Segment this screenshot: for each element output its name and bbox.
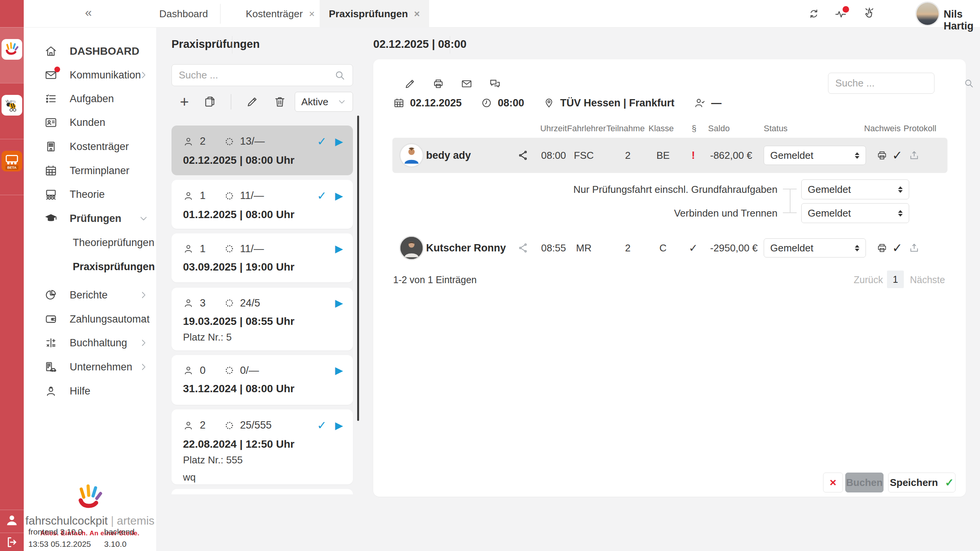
start-exam-icon[interactable]: ▶ [335, 190, 343, 202]
col-fahrlehrer: Fahrlehrer [567, 124, 606, 134]
chat-icon[interactable] [489, 78, 501, 90]
sync-icon[interactable] [808, 8, 820, 20]
artemis-app-icon[interactable] [2, 39, 22, 60]
pagination-next[interactable]: Nächste [910, 274, 945, 285]
share-icon[interactable] [517, 242, 529, 254]
unread-badge-dot [54, 67, 60, 72]
sidebar-item-hilfe[interactable]: Hilfe [24, 380, 156, 402]
exam-list-item-partial[interactable] [172, 489, 353, 494]
cancel-button[interactable]: × [823, 473, 843, 492]
select-arrows-icon [855, 152, 859, 159]
start-exam-icon[interactable]: ▶ [335, 243, 343, 255]
student-name[interactable]: Kutscher Ronny [426, 242, 506, 254]
exam-list-item[interactable]: 2 13/— ✓ ▶ 02.12.2025 | 08:00 Uhr [172, 126, 353, 175]
print-icon[interactable] [432, 78, 444, 90]
sidebar-item-unternehmen[interactable]: Unternehmen [24, 356, 156, 378]
frontend-version: frontend 3.10.0 13:53 05.12.2025 [28, 526, 91, 550]
copy-exam-button[interactable] [203, 95, 216, 108]
list-search-input[interactable] [179, 69, 334, 81]
chevron-down-icon [337, 97, 346, 106]
speichern-button[interactable]: Speichern ✓ [888, 473, 956, 492]
participants-icon [183, 243, 194, 254]
sidebar-item-aufgaben[interactable]: Aufgaben [24, 88, 156, 109]
panel-title: Praxisprüfungen [172, 38, 260, 51]
tab-praxispruefungen[interactable]: Praxisprüfungen × [320, 0, 429, 28]
gesture-icon[interactable] [863, 7, 876, 20]
student-row[interactable]: Kutscher Ronny 08:55 MR 2 C ✓ -2950,00 €… [392, 230, 947, 266]
exam-list-item[interactable]: 1 11/— ✓ ▶ 01.12.2025 | 08:00 Uhr [172, 180, 353, 229]
exam-list-item[interactable]: 0 0/— ▶ 31.12.2024 | 08:00 Uhr [172, 355, 353, 405]
add-exam-button[interactable]: + [180, 95, 189, 108]
tab-label: Praxisprüfungen [329, 8, 408, 20]
participant-count: 1 [200, 243, 206, 255]
sidebar-item-berichte[interactable]: Berichte [24, 284, 156, 306]
sidebar-item-pruefungen[interactable]: Prüfungen [24, 208, 156, 229]
student-avatar [399, 236, 424, 260]
buchen-button[interactable]: Buchen [845, 473, 884, 492]
detail-search-input[interactable] [835, 77, 964, 89]
tab-dashboard[interactable]: Dashboard [150, 0, 217, 28]
sidebar-item-kommunikation[interactable]: Kommunikation [24, 64, 156, 86]
sidebar-item-theoriepruefungen[interactable]: Theorieprüfungen [24, 232, 156, 253]
nachweis-check-icon[interactable]: ✓ [892, 241, 903, 255]
start-exam-icon[interactable]: ▶ [335, 135, 343, 148]
student-row[interactable]: bedy ady 08:00 FSC 2 BE ! -862,00 € Geme… [392, 138, 947, 173]
exam-list-item[interactable]: 2 25/555 ✓ ▶ 22.08.2024 | 12:50 Uhr Plat… [172, 409, 353, 484]
progress-count: 11/— [240, 243, 264, 255]
nachweis-check-icon[interactable]: ✓ [892, 148, 903, 163]
beta-app-icon[interactable]: BETA [2, 151, 22, 171]
upload-protokoll-icon[interactable] [908, 242, 920, 254]
exam-list-item[interactable]: 3 24/5 ▶ 19.03.2025 | 08:55 Uhr Platz Nr… [172, 288, 353, 350]
subrow-status-select[interactable]: Gemeldet [801, 179, 909, 199]
sidebar-item-terminplaner[interactable]: Terminplaner [24, 160, 156, 181]
sidebar-item-zahlungsautomat[interactable]: Zahlungsautomat [24, 308, 156, 330]
sidebar-collapse-button[interactable]: « [85, 5, 92, 20]
cell-saldo: -2950,00 € [710, 242, 758, 254]
start-exam-icon[interactable]: ▶ [335, 297, 343, 309]
pagination-prev[interactable]: Zurück [854, 274, 883, 285]
search-icon[interactable] [964, 78, 974, 89]
list-search [172, 64, 353, 86]
close-icon[interactable]: × [414, 8, 420, 20]
email-icon[interactable] [461, 78, 473, 90]
close-icon[interactable]: × [309, 8, 315, 20]
sidebar-item-buchhaltung[interactable]: Buchhaltung [24, 332, 156, 354]
filter-value: Aktive [301, 96, 328, 108]
list-scrollbar[interactable] [357, 116, 359, 421]
exam-date: 31.12.2024 | 08:00 Uhr [183, 383, 343, 395]
subrow-status-select[interactable]: Gemeldet [801, 203, 909, 223]
search-icon[interactable] [334, 70, 346, 81]
edit-exam-button[interactable] [246, 95, 259, 108]
status-select[interactable]: Gemeldet [764, 238, 866, 258]
logout-icon[interactable] [5, 536, 18, 549]
sidebar-item-kunden[interactable]: Kunden [24, 112, 156, 133]
student-name[interactable]: bedy ady [426, 150, 471, 161]
delete-exam-button[interactable] [273, 95, 286, 108]
share-icon[interactable] [517, 150, 529, 161]
exam-platz: Platz Nr.: 5 [183, 331, 343, 343]
print-nachweis-icon[interactable] [876, 150, 888, 161]
save-check-icon: ✓ [945, 476, 954, 489]
sidebar-item-praxispruefungen[interactable]: Praxisprüfungen [24, 256, 156, 277]
pagination-page-1[interactable]: 1 [887, 271, 904, 288]
start-exam-icon[interactable]: ▶ [335, 364, 343, 377]
status-filter-select[interactable]: Aktive [295, 92, 353, 112]
bee-app-icon[interactable] [2, 95, 22, 116]
status-select[interactable]: Gemeldet [764, 146, 866, 165]
sidebar-item-theorie[interactable]: Theorie [24, 184, 156, 205]
edit-icon[interactable] [404, 78, 416, 90]
tab-kostentraeger[interactable]: Kostenträger × [237, 0, 324, 28]
home-icon [44, 45, 58, 58]
progress-count: 24/5 [240, 297, 260, 309]
upload-protokoll-icon[interactable] [908, 150, 920, 161]
rail-user-icon[interactable] [4, 513, 20, 530]
sidebar-item-kostentraeger[interactable]: Kostenträger [24, 136, 156, 157]
tab-divider [220, 4, 220, 24]
print-nachweis-icon[interactable] [876, 242, 888, 254]
user-avatar[interactable] [915, 2, 940, 26]
sidebar-item-dashboard[interactable]: DASHBOARD [24, 41, 156, 62]
exam-meta-row: 02.12.2025 08:00 TÜV Hessen | Frankfurt … [393, 97, 722, 109]
exam-list-item[interactable]: 1 11/— ▶ 03.09.2025 | 19:00 Uhr [172, 233, 353, 282]
activity-icon[interactable] [835, 8, 847, 20]
start-exam-icon[interactable]: ▶ [335, 419, 343, 432]
